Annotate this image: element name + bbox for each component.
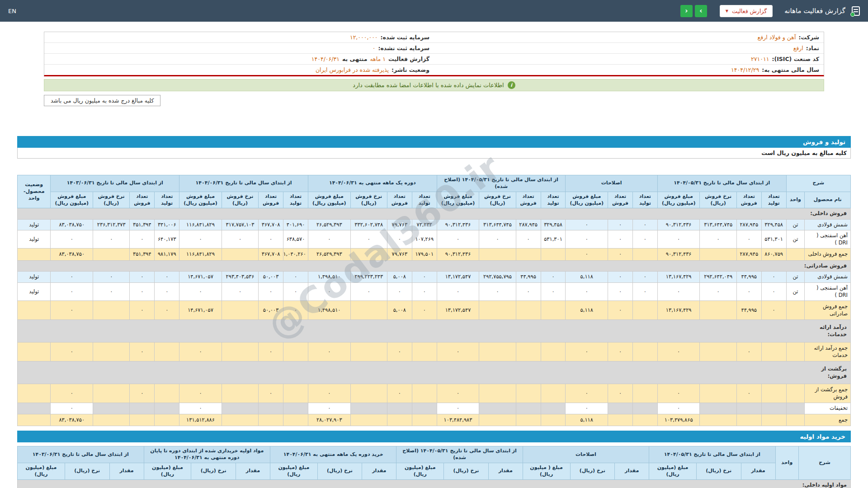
value-cell: ۸۳,۰۳۸,۷۵۰ <box>51 219 93 230</box>
status-cell: تولید <box>18 282 51 300</box>
value-cell <box>155 414 179 426</box>
period-navigation: › ‹ <box>680 5 707 17</box>
value-cell: ۰ <box>657 343 700 361</box>
value-cell <box>387 403 412 414</box>
sub-header: تعداد تولید <box>632 192 657 208</box>
value-cell <box>700 249 736 261</box>
table-row: تخفیفات۰۰۰۰۰۰ <box>18 403 851 414</box>
value-cell: ۰ <box>222 282 258 300</box>
value-cell <box>222 414 258 426</box>
value-cell <box>736 414 761 426</box>
page-title: گزارش فعالیت ماهانه <box>784 7 845 15</box>
table-row: جمع فروش صادراتی۰۴۴,۹۹۵۱۳,۱۶۷,۴۲۹۰۵,۱۱۸۱… <box>18 301 851 320</box>
value-cell <box>93 384 130 403</box>
value-cell <box>412 384 437 403</box>
section-row: درآمد ارائه خدمات: <box>18 320 851 343</box>
value-cell: ۰ <box>761 301 786 320</box>
value-cell: ۰ <box>736 230 761 249</box>
value-cell: ۰ <box>283 282 308 300</box>
value-cell: ۰ <box>632 282 657 300</box>
value-cell: ۰ <box>541 282 566 300</box>
value-cell: ۸۶۰,۷۵۹ <box>761 249 786 261</box>
report-icon-line <box>854 11 858 12</box>
value-cell <box>700 414 736 426</box>
value-cell: ۵۰,۰۰۳ <box>259 272 283 283</box>
table-row: جمع برگشت از فروش۰۰۰۰۰۰۰۰۰۰۰ <box>18 384 851 403</box>
value-cell: ۰ <box>412 301 437 320</box>
next-period-button[interactable]: › <box>695 5 707 17</box>
production-sales-table: شرحاز ابتدای سال مالی تا تاریخ ۱۴۰۴/۰۵/۳… <box>17 175 851 426</box>
value-cell: ۵۳۱,۳۰۱ <box>761 230 786 249</box>
value-cell: ۲۸۷,۹۴۵ <box>736 249 761 261</box>
value-cell <box>479 343 516 361</box>
group-header: دوره یک ماهه منتهی به ۱۴۰۴/۰۶/۳۱ <box>308 175 437 192</box>
value-cell <box>541 384 566 403</box>
value-cell <box>350 384 387 403</box>
value-cell: ۱۴,۶۷۱,۰۵۷ <box>179 301 222 320</box>
value-cell <box>516 414 541 426</box>
company-field: سرمایه ثبت شده:۱۲,۰۰۰,۰۰۰ <box>44 32 434 42</box>
value-cell: ۰ <box>736 282 761 300</box>
value-cell <box>761 343 786 361</box>
value-cell: ۱,۴۹۸,۵۱۰ <box>308 301 350 320</box>
sub-header: مبلغ (میلیون ریال) <box>18 463 65 479</box>
company-field: وضعیت ناشر:پذیرفته شده در فرابورس ایران <box>44 65 434 75</box>
status-cell: تولید <box>18 219 51 230</box>
sub-header: مبلغ (میلیون ریال) <box>396 463 444 479</box>
value-cell: ۰ <box>387 230 412 249</box>
value-cell <box>93 301 130 320</box>
value-cell: ۰ <box>761 272 786 283</box>
value-cell: ۰ <box>412 272 437 283</box>
value-cell: ۰ <box>657 403 700 414</box>
value-cell: ۸۳,۰۳۸,۷۵۰ <box>51 249 93 261</box>
value-cell <box>93 343 130 361</box>
group-header: از ابتدای سال مالی تا تاریخ ۱۴۰۴/۰۵/۳۱ <box>649 446 775 463</box>
value-cell: ۰ <box>308 282 350 300</box>
value-cell: ۰ <box>350 282 387 300</box>
value-cell: ۹۸۱,۱۷۹ <box>155 249 179 261</box>
sub-header: تعداد تولید <box>283 192 308 208</box>
sub-header: تعداد تولید <box>761 192 786 208</box>
language-toggle[interactable]: EN <box>8 8 16 14</box>
value-cell: ۰ <box>130 272 155 283</box>
value-cell: ۳۱۳,۶۴۴,۷۴۵ <box>700 219 736 230</box>
report-type-dropdown[interactable]: گزارش فعالیت ▼ <box>720 5 773 17</box>
unit-cell: تن <box>786 272 805 283</box>
prev-period-button[interactable]: ‹ <box>680 5 693 17</box>
group-header: اصلاحات <box>566 175 657 192</box>
value-cell: ۴۰۱,۶۹۰ <box>283 219 308 230</box>
value-cell: ۳۳۲,۶۰۲,۷۴۸ <box>350 219 387 230</box>
value-cell: ۰ <box>632 219 657 230</box>
value-cell <box>479 384 516 403</box>
sub-header: مبلغ فروش (میلیون ریال) <box>657 192 700 208</box>
value-cell: ۰ <box>700 230 736 249</box>
value-cell: ۰ <box>259 230 283 249</box>
value-cell: ۰ <box>130 282 155 300</box>
value-cell <box>700 301 736 320</box>
value-cell: ۰ <box>516 282 541 300</box>
value-cell: ۰ <box>51 403 93 414</box>
sub-header: مبلغ فروش (میلیون ریال) <box>51 192 93 208</box>
value-cell: ۰ <box>566 384 608 403</box>
report-dropdown-label: گزارش فعالیت <box>732 8 767 14</box>
group-header: از ابتدای سال مالی تا تاریخ ۱۴۰۴/۰۵/۳۱ <box>657 175 786 192</box>
sub-header: مقدار <box>236 463 270 479</box>
field-label: منتهی به <box>342 56 367 62</box>
sub-header: نرخ (ریال) <box>444 463 489 479</box>
sub-header: نرخ (ریال) <box>317 463 362 479</box>
value-cell: ۰ <box>736 384 761 403</box>
company-info-row: کد صنعت (ISIC):۲۷۱۰۱۱گزارش فعالیت۱ ماههم… <box>44 54 824 65</box>
group-header: خرید دوره یک ماهه منتهی به ۱۴۰۴/۰۶/۳۱ <box>270 446 396 463</box>
value-cell: ۱۰۳,۴۷۹,۸۶۵ <box>657 414 700 426</box>
company-link[interactable]: آهن و فولاد ارفع <box>758 34 796 41</box>
value-cell <box>516 343 541 361</box>
table-row: جمع فروش داخلی۸۶۰,۷۵۹۲۸۷,۹۴۵۹۰,۳۱۲,۴۳۶۰۰… <box>18 249 851 261</box>
product-name-cell: آهن اسفنجی ( DRI ) <box>805 230 851 249</box>
value-cell: ۰ <box>541 272 566 283</box>
value-cell: ۰ <box>608 230 633 249</box>
raw-materials-table: شرحواحداز ابتدای سال مالی تا تاریخ ۱۴۰۴/… <box>17 446 851 488</box>
company-link[interactable]: ارفع <box>793 45 803 52</box>
field-label: سال مالی منتهی به: <box>762 66 819 73</box>
company-field: کد صنعت (ISIC):۲۷۱۰۱۱ <box>434 54 824 64</box>
section-row: مواد اولیه داخلی: <box>18 479 851 488</box>
